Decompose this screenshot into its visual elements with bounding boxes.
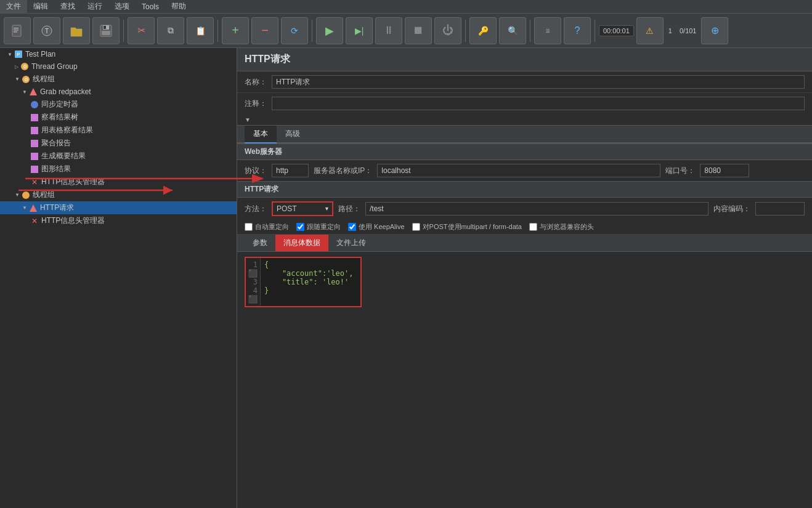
graph-icon — [30, 164, 39, 174]
tab-basic[interactable]: 基本 — [245, 126, 277, 143]
result-tree-label: 察看结果树 — [41, 112, 78, 123]
browser-compat-label: 与浏览器兼容的头 — [540, 222, 594, 232]
remote-button[interactable]: ⊕ — [701, 17, 728, 44]
checkbox-multipart[interactable]: 对POST使用multipart / form-data — [412, 222, 522, 232]
svg-rect-21 — [31, 153, 38, 160]
shutdown-button[interactable]: ⏻ — [434, 17, 461, 44]
threadgroup3-icon — [21, 190, 31, 200]
multipart-checkbox[interactable] — [412, 223, 420, 231]
menu-run[interactable]: 运行 — [81, 0, 108, 13]
svg-rect-3 — [14, 31, 17, 33]
tree-item-threadgroup3[interactable]: ▼ 线程组 — [0, 188, 237, 201]
checkbox-keepalive[interactable]: 使用 KeepAlive — [348, 222, 405, 232]
save-button[interactable] — [92, 17, 120, 44]
expand-icon: ▼ — [15, 192, 20, 198]
tree-item-result-tree[interactable]: 察看结果树 — [0, 111, 237, 124]
tree-item-threadgroup1[interactable]: ▷ ⚙ Thread Group — [0, 60, 237, 73]
method-label: 方法： — [245, 204, 267, 214]
sub-tab-params[interactable]: 参数 — [245, 235, 275, 251]
menu-help[interactable]: 帮助 — [165, 0, 192, 13]
tree-item-summary[interactable]: 生成概要结果 — [0, 150, 237, 163]
port-input[interactable] — [700, 164, 749, 177]
tree-item-header-mgr1[interactable]: ✕ HTTP信息头管理器 — [0, 175, 237, 188]
http-request-form: 方法： GET POST PUT DELETE 路径： 内容编码： — [245, 201, 805, 216]
dropdown-arrow: ▼ — [245, 116, 251, 123]
result-tree-icon — [30, 113, 39, 123]
http-request-section: 方法： GET POST PUT DELETE 路径： 内容编码： — [237, 198, 812, 220]
menu-find[interactable]: 查找 — [54, 0, 81, 13]
paste-button[interactable]: 📋 — [187, 17, 214, 44]
expand-icon: ▼ — [15, 76, 20, 82]
method-select[interactable]: GET POST PUT DELETE — [272, 201, 333, 216]
auto-redirect-checkbox[interactable] — [245, 223, 253, 231]
svg-rect-20 — [31, 140, 38, 147]
port-label: 端口号： — [665, 166, 695, 176]
tree-item-grab[interactable]: ▼ Grab redpacket — [0, 86, 237, 98]
body-textarea[interactable]: { "account":'leo', "title": 'leo!' } — [261, 258, 360, 306]
name-label: 名称： — [245, 77, 267, 87]
keepalive-checkbox[interactable] — [348, 223, 356, 231]
testplan-label: Test Plan — [25, 50, 55, 58]
add-button[interactable]: + — [222, 17, 249, 44]
help-button[interactable]: ? — [564, 17, 591, 44]
browser-compat-checkbox[interactable] — [529, 223, 537, 231]
aggregate-label: 聚合报告 — [41, 138, 71, 148]
line-num-3: 3 — [248, 278, 258, 286]
tree-item-result-table[interactable]: 用表格察看结果 — [0, 124, 237, 137]
checkbox-auto-redirect[interactable]: 自动重定向 — [245, 222, 289, 232]
body-area: 1 ⬛ 3 4 ⬛ { "account":'leo', "title": 'l… — [237, 252, 812, 312]
menu-file[interactable]: 文件 — [0, 0, 27, 13]
right-panel: HTTP请求 名称： 注释： ▼ 基本 高级 Web服务器 协议： 服务器名称或… — [237, 48, 812, 508]
encoding-input[interactable] — [755, 202, 805, 216]
body-editor-container: 1 ⬛ 3 4 ⬛ { "account":'leo', "title": 'l… — [245, 257, 362, 307]
timer-label: 同步定时器 — [41, 99, 78, 110]
server-input[interactable] — [377, 164, 660, 177]
protocol-input[interactable] — [272, 164, 309, 177]
menu-edit[interactable]: 编辑 — [27, 0, 54, 13]
svg-marker-16 — [30, 88, 37, 95]
comment-input[interactable] — [272, 97, 805, 110]
copy-button[interactable]: ⧉ — [157, 17, 184, 44]
menu-options[interactable]: 选项 — [108, 0, 136, 13]
tree-item-timer[interactable]: 同步定时器 — [0, 98, 237, 111]
start-no-pause-button[interactable]: ▶| — [346, 17, 373, 44]
path-input[interactable] — [365, 202, 708, 216]
tree-item-header-mgr2[interactable]: ✕ HTTP信息头管理器 — [0, 214, 237, 227]
log-button[interactable]: ≡ — [534, 17, 561, 44]
toggle-button[interactable]: ⟳ — [281, 17, 308, 44]
follow-redirect-label: 跟随重定向 — [307, 222, 341, 232]
new-button[interactable] — [4, 17, 31, 44]
header-mgr2-icon: ✕ — [30, 216, 39, 226]
http-request-icon — [28, 203, 38, 213]
stop-button[interactable]: ⏹ — [405, 17, 432, 44]
start-button[interactable]: ▶ — [316, 17, 343, 44]
tree-item-aggregate[interactable]: 聚合报告 — [0, 137, 237, 150]
open-button[interactable] — [63, 17, 90, 44]
template-button[interactable]: T — [33, 17, 60, 44]
ssl-button[interactable]: 🔑 — [469, 17, 497, 44]
name-input[interactable] — [272, 75, 805, 89]
follow-redirect-checkbox[interactable] — [296, 223, 304, 231]
checkbox-follow-redirect[interactable]: 跟随重定向 — [296, 222, 341, 232]
tree-item-http-request[interactable]: ▼ HTTP请求 — [0, 201, 237, 214]
svg-point-23 — [22, 192, 30, 199]
pause-button[interactable]: ⏸ — [375, 17, 402, 44]
tree-item-threadgroup2[interactable]: ▼ ⚙ 线程组 — [0, 73, 237, 86]
checkbox-browser-compat[interactable]: 与浏览器兼容的头 — [529, 222, 594, 232]
separator-2 — [217, 20, 218, 42]
line-num-2: ⬛ — [248, 269, 258, 278]
protocol-label: 协议： — [245, 166, 267, 176]
panel-header: HTTP请求 — [237, 48, 812, 71]
sub-tab-body[interactable]: 消息体数据 — [275, 235, 328, 251]
menu-tools[interactable]: Tools — [136, 1, 165, 12]
search-button[interactable]: 🔍 — [499, 17, 526, 44]
warning-button[interactable]: ⚠ — [636, 17, 664, 44]
server-label: 服务器名称或IP： — [314, 166, 372, 176]
tree-item-graph[interactable]: 图形结果 — [0, 163, 237, 175]
sub-tab-upload[interactable]: 文件上传 — [328, 235, 374, 251]
timer-icon — [30, 100, 39, 110]
cut-button[interactable]: ✂ — [128, 17, 155, 44]
tab-advanced[interactable]: 高级 — [277, 126, 309, 143]
tree-item-testplan[interactable]: ▼ P Test Plan — [0, 48, 237, 60]
remove-button[interactable]: − — [251, 17, 278, 44]
